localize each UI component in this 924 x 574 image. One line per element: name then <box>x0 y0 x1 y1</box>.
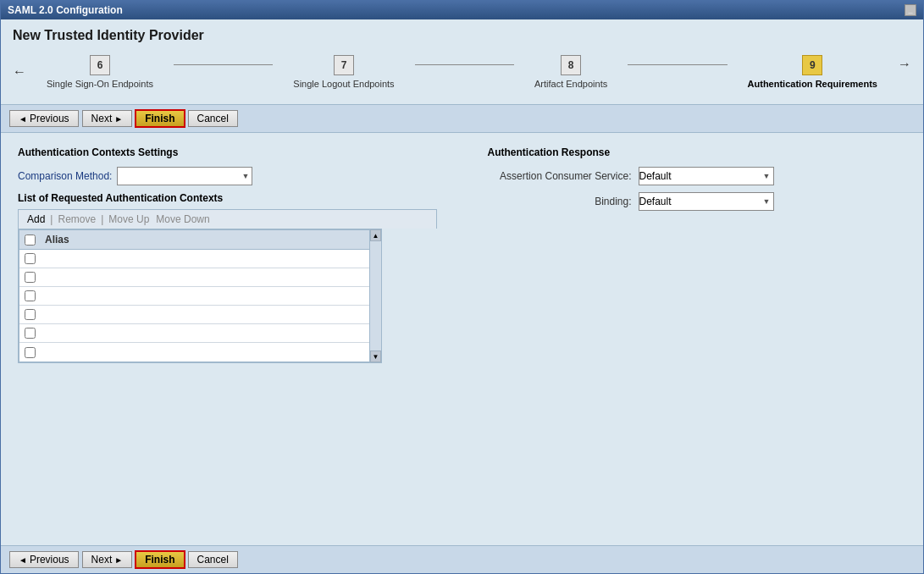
step-6-number: 6 <box>90 55 110 75</box>
left-panel: Authentication Contexts Settings Compari… <box>18 146 437 532</box>
bottom-previous-arrow-icon: ◄ <box>19 555 27 565</box>
table-row <box>19 306 380 324</box>
row-alias-cell <box>40 332 380 335</box>
table-row <box>19 343 380 362</box>
row-alias-cell <box>40 295 380 298</box>
row-checkbox[interactable] <box>25 290 36 301</box>
binding-select-wrapper: Default <box>639 192 774 211</box>
left-arrow-icon: ← <box>13 64 26 80</box>
comparison-label: Comparison Method: <box>18 170 112 182</box>
row-checkbox-cell <box>19 309 40 320</box>
wizard-step-8[interactable]: 8 Artifact Endpoints <box>534 55 607 89</box>
top-next-label: Next <box>91 113 113 124</box>
alias-table-header: Alias <box>19 230 380 250</box>
right-arrow-icon: → <box>898 57 911 72</box>
wizard-line-3 <box>628 64 727 65</box>
content-area: New Trusted Identity Provider ← 6 Single… <box>1 19 923 573</box>
bottom-previous-label: Previous <box>30 554 69 566</box>
title-bar: SAML 2.0 Configuration _ <box>1 1 923 19</box>
row-checkbox-cell <box>19 328 40 339</box>
scroll-up-arrow[interactable]: ▲ <box>370 229 381 241</box>
bottom-finish-label: Finish <box>145 554 174 566</box>
bottom-next-label: Next <box>91 554 113 566</box>
list-section-title: List of Requested Authentication Context… <box>18 192 437 204</box>
assertion-select-wrapper: Default <box>639 167 774 185</box>
table-scrollbar: ▲ ▼ <box>369 229 381 362</box>
wizard-line-1 <box>174 64 273 65</box>
main-content: Authentication Contexts Settings Compari… <box>1 133 923 545</box>
row-alias-cell <box>40 350 380 354</box>
alias-table-rows <box>19 250 380 362</box>
comparison-method-row: Comparison Method: <box>18 167 437 185</box>
wizard-step-7[interactable]: 7 Single Logout Endpoints <box>293 55 394 89</box>
step-9-label: Authentication Requirements <box>748 79 877 89</box>
bottom-previous-button[interactable]: ◄ Previous <box>9 551 79 568</box>
comparison-method-select[interactable] <box>117 167 252 185</box>
page-title: New Trusted Identity Provider <box>13 28 911 43</box>
top-previous-button[interactable]: ◄ Previous <box>9 110 79 127</box>
table-row <box>19 287 380 306</box>
main-window: SAML 2.0 Configuration _ New Trusted Ide… <box>0 0 924 574</box>
header-section: New Trusted Identity Provider ← 6 Single… <box>1 19 923 104</box>
row-checkbox-cell <box>19 272 40 283</box>
wizard-step-9[interactable]: 9 Authentication Requirements <box>748 55 877 89</box>
next-arrow-icon: ► <box>114 114 123 124</box>
window-title: SAML 2.0 Configuration <box>8 4 123 16</box>
row-checkbox-cell <box>19 290 40 301</box>
step-7-number: 7 <box>334 55 354 75</box>
assertion-consumer-row: Assertion Consumer Service: Default <box>488 167 907 185</box>
row-checkbox[interactable] <box>25 253 36 264</box>
row-alias-cell <box>40 257 380 261</box>
move-up-button[interactable]: Move Up <box>105 212 152 226</box>
bottom-cancel-button[interactable]: Cancel <box>188 551 238 568</box>
sep-1: | <box>50 213 53 225</box>
select-all-checkbox[interactable] <box>25 235 36 246</box>
bottom-cancel-label: Cancel <box>197 554 229 566</box>
scroll-down-arrow[interactable]: ▼ <box>370 350 381 362</box>
step-7-label: Single Logout Endpoints <box>293 79 394 89</box>
row-checkbox[interactable] <box>25 328 36 339</box>
binding-row: Binding: Default <box>488 192 907 211</box>
binding-label: Binding: <box>488 196 632 207</box>
sep-2: | <box>101 213 103 225</box>
top-cancel-button[interactable]: Cancel <box>188 110 238 127</box>
step-8-label: Artifact Endpoints <box>534 79 607 89</box>
row-checkbox-cell <box>19 347 40 358</box>
comparison-method-select-wrapper <box>117 167 252 185</box>
top-finish-label: Finish <box>145 113 174 124</box>
wizard-line-2 <box>415 64 514 65</box>
bottom-next-arrow-icon: ► <box>114 555 123 565</box>
row-alias-cell <box>40 313 380 317</box>
left-section-title: Authentication Contexts Settings <box>18 146 437 158</box>
top-next-button[interactable]: Next ► <box>82 110 133 127</box>
top-toolbar: ◄ Previous Next ► Finish Cancel <box>1 104 923 133</box>
row-alias-cell <box>40 276 380 279</box>
add-button[interactable]: Add <box>24 212 48 226</box>
bottom-finish-button[interactable]: Finish <box>136 551 184 568</box>
assertion-label: Assertion Consumer Service: <box>488 170 632 182</box>
alias-table-wrapper: Alias <box>18 229 382 363</box>
move-down-button[interactable]: Move Down <box>152 212 213 226</box>
title-bar-buttons: _ <box>905 4 916 16</box>
table-row <box>19 268 380 287</box>
table-row <box>19 324 380 343</box>
row-checkbox[interactable] <box>25 309 36 320</box>
wizard-steps: ← 6 Single Sign-On Endpoints 7 Single Lo… <box>13 52 911 92</box>
top-finish-button[interactable]: Finish <box>136 110 184 127</box>
assertion-consumer-select[interactable]: Default <box>639 167 774 185</box>
bottom-toolbar: ◄ Previous Next ► Finish Cancel <box>1 545 923 573</box>
step-8-number: 8 <box>561 55 581 75</box>
top-previous-label: Previous <box>30 113 69 124</box>
wizard-step-6[interactable]: 6 Single Sign-On Endpoints <box>47 55 153 89</box>
scroll-track <box>370 241 381 350</box>
binding-select[interactable]: Default <box>639 192 774 211</box>
step-9-number: 9 <box>802 55 822 75</box>
right-panel: Authentication Response Assertion Consum… <box>488 146 907 532</box>
row-checkbox[interactable] <box>25 347 36 358</box>
minimize-button[interactable]: _ <box>905 4 916 16</box>
top-cancel-label: Cancel <box>197 113 229 124</box>
remove-button[interactable]: Remove <box>54 212 99 226</box>
row-checkbox[interactable] <box>25 272 36 283</box>
bottom-next-button[interactable]: Next ► <box>82 551 133 568</box>
row-checkbox-cell <box>19 253 40 264</box>
